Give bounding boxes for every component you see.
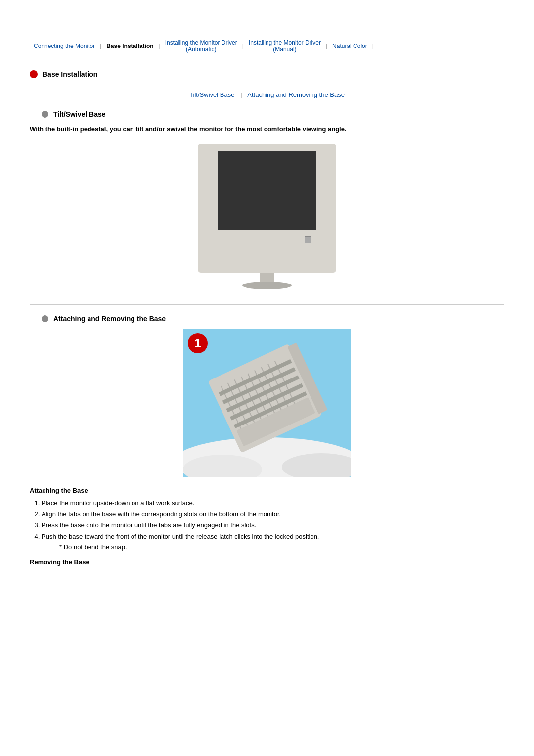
monitor-screen <box>218 151 316 230</box>
monitor-bezel <box>218 230 316 250</box>
monitor-power-button <box>305 236 312 243</box>
step-4: Push the base toward the front of the mo… <box>42 532 504 553</box>
nav-driver-auto[interactable]: Installing the Monitor Driver(Automatic) <box>161 38 241 54</box>
nav-sep-4: | <box>326 43 327 49</box>
attach-section-header: Attaching and Removing the Base <box>42 315 504 323</box>
nav-sep-1: | <box>100 43 101 49</box>
sub-nav-attach-link[interactable]: Attaching and Removing the Base <box>247 91 345 98</box>
attaching-base-section: Attaching the Base Place the monitor ups… <box>30 487 504 553</box>
base-installation-image: 1 <box>30 329 504 477</box>
tilt-section-header: Tilt/Swivel Base <box>42 110 504 118</box>
nav-sep-2: | <box>159 43 160 49</box>
monitor-image <box>30 144 504 289</box>
step-2: Align the tabs on the base with the corr… <box>42 509 504 520</box>
steps-list: Place the monitor upside-down on a flat … <box>42 498 504 553</box>
nav-sep-3: | <box>242 43 244 49</box>
tilt-body-text: With the built-in pedestal, you can tilt… <box>30 124 504 134</box>
base-photo: 1 <box>183 329 351 477</box>
main-section-title-text: Base Installation <box>43 70 97 78</box>
attaching-title: Attaching the Base <box>30 487 504 494</box>
step-1: Place the monitor upside-down on a flat … <box>42 498 504 509</box>
monitor-illustration <box>198 144 336 273</box>
nav-driver-manual[interactable]: Installing the Monitor Driver(Manual) <box>245 38 325 54</box>
monitor-stand <box>242 282 292 289</box>
monitor-neck <box>260 273 274 282</box>
sub-nav-tilt-link[interactable]: Tilt/Swivel Base <box>189 91 234 98</box>
grey-circle-icon <box>42 111 48 118</box>
nav-sep-5: | <box>372 43 374 49</box>
tilt-section-title: Tilt/Swivel Base <box>53 110 106 118</box>
removing-title: Removing the Base <box>30 558 504 566</box>
grey-circle-icon-2 <box>42 315 48 322</box>
navigation-bar: Connecting the Monitor | Base Installati… <box>0 35 534 57</box>
nav-base-installation[interactable]: Base Installation <box>102 42 157 50</box>
nav-connecting[interactable]: Connecting the Monitor <box>30 42 99 50</box>
sub-navigation: Tilt/Swivel Base | Attaching and Removin… <box>30 86 504 102</box>
divider-1 <box>30 304 504 305</box>
main-section-title: Base Installation <box>30 70 504 78</box>
step-3: Press the base onto the monitor until th… <box>42 520 504 531</box>
nav-natural-color[interactable]: Natural Color <box>328 42 371 50</box>
attach-section-title: Attaching and Removing the Base <box>53 315 166 323</box>
base-svg <box>183 329 351 477</box>
sub-nav-sep: | <box>240 91 242 98</box>
red-circle-icon <box>30 70 38 78</box>
step-number-badge: 1 <box>188 333 208 353</box>
page-content: Base Installation Tilt/Swivel Base | Att… <box>0 57 534 577</box>
note-text: * Do not bend the snap. <box>59 543 127 551</box>
